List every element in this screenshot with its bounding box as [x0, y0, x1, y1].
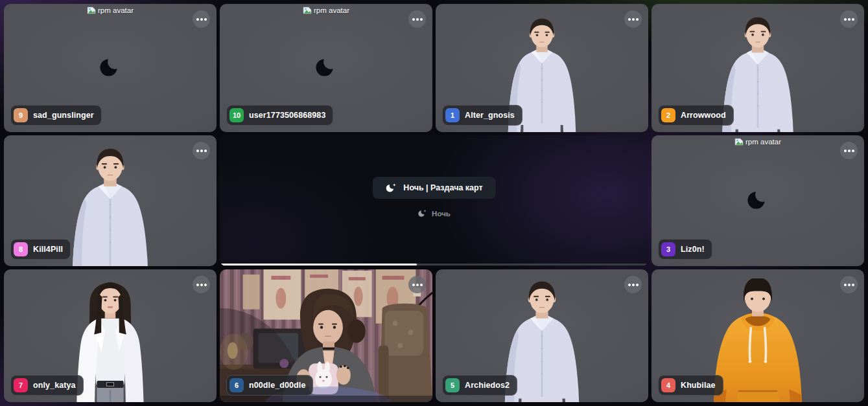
phase-label: Ночь [417, 209, 451, 218]
player-badge: 10 user1773506868983 [226, 105, 333, 126]
player-tile-only-katya[interactable]: 7 only_katya [4, 269, 217, 402]
phase-label-text: Ночь [432, 210, 451, 218]
rpm-avatar-alt: rpm avatar [220, 6, 432, 14]
ellipsis-icon [416, 284, 419, 286]
player-badge: 9 sad_gunslinger [10, 105, 102, 126]
crescent-moon-star-icon [385, 183, 396, 193]
ellipsis-icon [848, 284, 850, 286]
ellipsis-icon [200, 150, 203, 152]
moon-icon [99, 55, 122, 78]
player-badge: 6 n00dle_d00dle [226, 375, 313, 396]
ellipsis-icon [200, 284, 203, 286]
tile-menu-button[interactable] [193, 10, 210, 28]
video-grid: rpm avatar 9 sad_gunslinger rpm avatar 1… [4, 4, 864, 402]
player-number-chip: 7 [14, 378, 28, 392]
phase-banner: Ночь | Раздача карт [372, 177, 495, 199]
player-name: Archiedos2 [465, 381, 510, 390]
crescent-moon-icon [417, 209, 427, 218]
player-name: only_katya [33, 381, 76, 390]
player-badge: 4 Khubilae [658, 375, 723, 396]
ellipsis-icon [632, 18, 635, 21]
broken-image-icon [303, 6, 312, 14]
player-name: user1773506868983 [249, 111, 325, 120]
avatar-male-illustration [56, 148, 165, 266]
player-number-chip: 5 [445, 378, 460, 392]
player-number-chip: 4 [661, 378, 675, 392]
player-name: Kill4Pill [33, 245, 63, 254]
phase-progress-bar [220, 264, 648, 265]
player-tile-liz0n[interactable]: rpm avatar 3 Liz0n! [651, 135, 864, 266]
rpm-avatar-alt: rpm avatar [4, 6, 217, 14]
tile-menu-button[interactable] [624, 276, 642, 293]
player-number-chip: 3 [661, 242, 675, 256]
player-tile-archiedos2[interactable]: 5 Archiedos2 [436, 269, 648, 402]
player-tile-arrowwood[interactable]: 2 Arrowwood [651, 4, 864, 132]
player-badge: 5 Archiedos2 [442, 375, 517, 396]
player-number-chip: 1 [445, 108, 460, 122]
player-name: sad_gunslinger [33, 111, 94, 120]
player-badge: 7 only_katya [10, 375, 84, 396]
player-name: Alter_gnosis [465, 111, 515, 120]
player-name: n00dle_d00dle [249, 381, 305, 390]
player-badge: 8 Kill4Pill [10, 239, 71, 260]
tile-menu-button[interactable] [840, 276, 858, 293]
player-tile-kill4pill[interactable]: 8 Kill4Pill [4, 135, 217, 266]
ellipsis-icon [848, 18, 850, 21]
tile-menu-button[interactable] [193, 142, 210, 159]
ellipsis-icon [632, 284, 635, 286]
player-number-chip: 8 [14, 242, 28, 256]
player-badge: 2 Arrowwood [658, 105, 734, 126]
player-tile-khubilae[interactable]: 4 Khubilae [651, 269, 864, 402]
tile-menu-button[interactable] [408, 276, 426, 293]
moon-icon [747, 188, 769, 210]
tile-menu-button[interactable] [408, 10, 426, 28]
broken-image-icon [734, 138, 744, 146]
phase-banner-text: Ночь | Раздача карт [403, 183, 482, 192]
player-tile-user1773506868983[interactable]: rpm avatar 10 user1773506868983 [220, 4, 432, 132]
player-name: Khubilae [681, 381, 716, 390]
player-number-chip: 2 [661, 108, 675, 122]
player-tile-sad-gunslinger[interactable]: rpm avatar 9 sad_gunslinger [4, 4, 217, 132]
rpm-avatar-alt-text: rpm avatar [314, 6, 349, 14]
rpm-avatar-alt-text: rpm avatar [745, 138, 781, 146]
ellipsis-icon [848, 150, 850, 152]
ellipsis-icon [200, 18, 203, 21]
tile-menu-button[interactable] [193, 276, 210, 293]
tile-menu-button[interactable] [840, 10, 858, 28]
player-tile-n00dle-d00dle[interactable]: 6 n00dle_d00dle [220, 269, 432, 402]
tile-menu-button[interactable] [840, 142, 858, 159]
player-number-chip: 6 [229, 378, 244, 392]
player-badge: 1 Alter_gnosis [442, 105, 522, 126]
tile-menu-button[interactable] [624, 10, 642, 28]
phase-stage: Ночь | Раздача карт Ночь [220, 135, 648, 266]
ellipsis-icon [416, 18, 419, 21]
player-name: Liz0n! [681, 245, 705, 254]
player-badge: 3 Liz0n! [658, 239, 712, 260]
player-number-chip: 9 [14, 108, 28, 122]
moon-icon [315, 55, 338, 78]
player-tile-alter-gnosis[interactable]: 1 Alter_gnosis [436, 4, 648, 132]
rpm-avatar-alt-text: rpm avatar [98, 6, 134, 14]
rpm-avatar-alt: rpm avatar [651, 138, 864, 146]
phase-progress-fill [220, 264, 417, 265]
player-name: Arrowwood [681, 111, 726, 120]
player-number-chip: 10 [229, 108, 244, 122]
broken-image-icon [87, 6, 96, 14]
